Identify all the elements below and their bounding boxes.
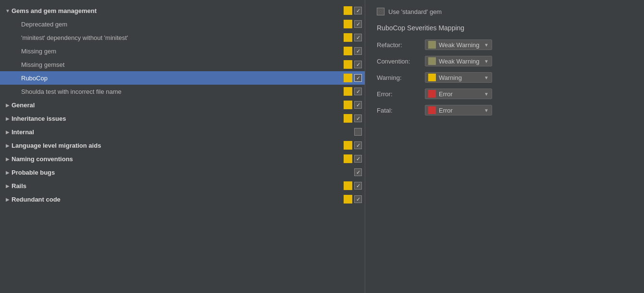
item-checkbox[interactable]: ✓ [354,88,362,95]
item-checkbox[interactable]: ✓ [354,61,362,68]
tree-item-label: Redundant code [12,196,344,203]
severity-label-fatal: Fatal: [377,107,425,114]
severity-dropdown-fatal[interactable]: Error▼ [425,105,492,115]
use-standard-row[interactable]: Use 'standard' gem [377,8,632,15]
right-panel: Use 'standard' gem RuboCop Severities Ma… [365,0,644,293]
tree-item-general[interactable]: ▶General✓ [0,98,365,112]
use-standard-checkbox[interactable] [377,8,384,15]
tree-item-shoulda-test[interactable]: Shoulda test with incorrect file name✓ [0,85,365,98]
collapse-arrow-icon[interactable]: ▼ [4,8,12,13]
severity-label-error: Error: [377,90,425,98]
tree-item-language-migration[interactable]: ▶Language level migration aids✓ [0,139,365,152]
tree-item-label: Gems and gem management [12,7,344,14]
expand-arrow-icon[interactable]: ▶ [4,102,12,108]
tree-item-gems-group[interactable]: ▼Gems and gem management✓ [0,4,365,17]
item-checkbox[interactable]: ✓ [354,141,362,149]
tree-item-rails[interactable]: ▶Rails✓ [0,179,365,192]
tree-item-redundant-code[interactable]: ▶Redundant code✓ [0,192,365,206]
severity-dropdown-warning[interactable]: Warning▼ [425,72,492,83]
item-checkbox[interactable]: ✓ [354,47,362,55]
severity-dropdown-refactor[interactable]: Weak Warning▼ [425,39,492,50]
tree-item-missing-gemset[interactable]: Missing gemset✓ [0,58,365,71]
dropdown-label-fatal: Error [439,107,481,114]
item-checkbox[interactable]: ✓ [354,182,362,190]
expand-arrow-icon[interactable]: ▶ [4,156,12,162]
severity-color-indicator [344,20,352,28]
dropdown-color-convention [428,57,436,65]
tree-item-label: Probable bugs [12,169,344,176]
severity-color-indicator [344,114,352,123]
severity-color-indicator [344,181,352,190]
tree-item-rubocop[interactable]: RuboCop✓ [0,71,365,85]
severity-color-indicator [344,74,352,82]
severity-color-indicator [344,141,352,150]
item-checkbox[interactable]: ✓ [354,115,362,122]
severity-color-indicator [344,47,352,55]
item-checkbox[interactable]: ✓ [354,101,362,109]
item-checkbox[interactable]: ✓ [354,20,362,28]
severity-color-indicator [344,87,352,96]
expand-arrow-icon[interactable]: ▶ [4,143,12,148]
severity-color-indicator [344,60,352,69]
item-checkbox[interactable]: ✓ [354,155,362,163]
severity-dropdown-error[interactable]: Error▼ [425,89,492,99]
dropdown-label-refactor: Weak Warning [439,41,481,49]
dropdown-arrow-icon-fatal: ▼ [484,108,489,113]
tree-item-naming-conventions[interactable]: ▶Naming conventions✓ [0,152,365,166]
expand-arrow-icon[interactable]: ▶ [4,197,12,202]
severity-color-indicator [344,6,352,15]
expand-arrow-icon[interactable]: ▶ [4,116,12,121]
severity-color-indicator [344,101,352,109]
tree-item-label: Internal [12,128,344,136]
severity-row-refactor: Refactor:Weak Warning▼ [377,39,632,50]
severity-row-convention: Convention:Weak Warning▼ [377,56,632,66]
tree-item-label: 'minitest' dependency without 'minitest' [21,34,344,41]
severity-row-fatal: Fatal:Error▼ [377,105,632,115]
tree-item-label: Language level migration aids [12,142,344,149]
severity-color-indicator [344,195,352,204]
expand-arrow-icon[interactable]: ▶ [4,183,12,189]
tree-item-label: Shoulda test with incorrect file name [21,88,344,95]
dropdown-arrow-icon-convention: ▼ [484,59,489,64]
tree-item-label: Missing gem [21,48,344,55]
dropdown-arrow-icon-warning: ▼ [484,75,489,80]
severity-row-warning: Warning:Warning▼ [377,72,632,83]
tree-item-label: Deprecated gem [21,21,344,28]
dropdown-label-warning: Warning [439,74,481,81]
tree-item-label: RuboCop [21,75,344,82]
severity-label-warning: Warning: [377,74,425,81]
left-panel: ▼Gems and gem management✓Deprecated gem✓… [0,0,365,293]
severity-dropdown-convention[interactable]: Weak Warning▼ [425,56,492,66]
dropdown-label-error: Error [439,90,481,98]
expand-arrow-icon[interactable]: ▶ [4,129,12,135]
severity-color-indicator [344,154,352,163]
severity-color-indicator [344,33,352,42]
dropdown-arrow-icon-refactor: ▼ [484,42,489,48]
tree-item-internal[interactable]: ▶Internal [0,125,365,139]
item-checkbox[interactable]: ✓ [354,168,362,176]
tree-item-label: Rails [12,182,344,190]
item-checkbox[interactable] [354,128,362,136]
tree-item-label: Naming conventions [12,155,344,163]
severity-label-refactor: Refactor: [377,41,425,49]
use-standard-label: Use 'standard' gem [388,8,442,15]
severity-label-convention: Convention: [377,58,425,65]
tree-item-missing-gem[interactable]: Missing gem✓ [0,44,365,58]
tree-item-probable-bugs[interactable]: ▶Probable bugs✓ [0,166,365,179]
dropdown-color-warning [428,74,436,81]
tree-item-label: General [12,102,344,109]
item-checkbox[interactable]: ✓ [354,74,362,82]
dropdown-color-fatal [428,106,436,114]
item-checkbox[interactable]: ✓ [354,195,362,203]
dropdown-color-refactor [428,41,436,49]
item-checkbox[interactable]: ✓ [354,7,362,14]
tree-item-deprecated-gem[interactable]: Deprecated gem✓ [0,17,365,31]
severity-color-indicator [344,127,352,136]
tree-item-inheritance-issues[interactable]: ▶Inheritance issues✓ [0,112,365,125]
tree-item-label: Missing gemset [21,61,344,68]
severity-color-indicator [344,168,352,177]
tree-item-minitest-dep[interactable]: 'minitest' dependency without 'minitest'… [0,31,365,44]
expand-arrow-icon[interactable]: ▶ [4,170,12,175]
item-checkbox[interactable]: ✓ [354,34,362,41]
severities-container: Refactor:Weak Warning▼Convention:Weak Wa… [377,39,632,115]
